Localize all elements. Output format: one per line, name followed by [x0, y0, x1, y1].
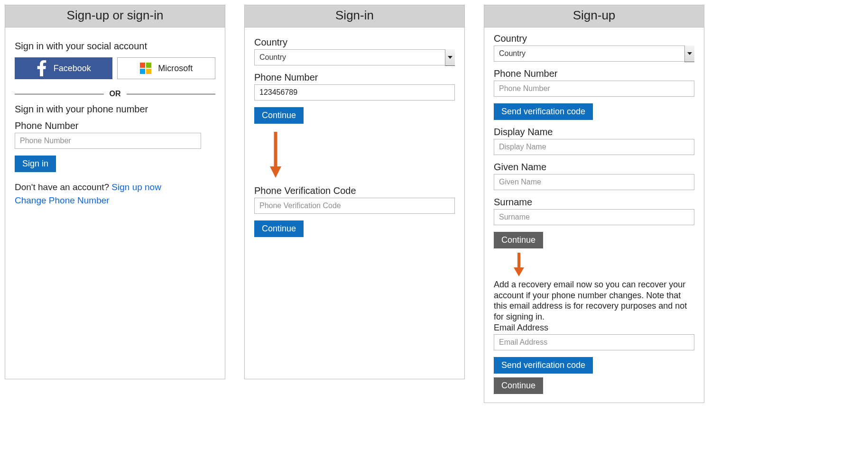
no-account-text: Don't have an account? — [15, 182, 111, 192]
country-label-3: Country — [494, 33, 694, 44]
panel-signin: Sign-in Country Country Phone Number Con… — [244, 5, 465, 379]
microsoft-icon — [140, 63, 151, 74]
recovery-email-text: Add a recovery email now so you can reco… — [494, 279, 694, 322]
surname-input[interactable] — [494, 209, 694, 225]
facebook-label: Facebook — [54, 64, 91, 73]
display-name-label: Display Name — [494, 127, 694, 137]
continue-button-1[interactable]: Continue — [254, 107, 304, 124]
given-name-input[interactable] — [494, 174, 694, 190]
display-name-input[interactable] — [494, 139, 694, 155]
phone-number-label: Phone Number — [15, 120, 215, 131]
email-address-input[interactable] — [494, 334, 694, 350]
facebook-icon — [37, 60, 47, 76]
panel-signup-or-signin: Sign-up or sign-in Sign in with your soc… — [5, 5, 225, 379]
panel1-title: Sign-up or sign-in — [5, 5, 225, 27]
verification-code-input[interactable] — [254, 198, 455, 214]
social-buttons-row: Facebook Microsoft — [15, 57, 215, 79]
continue-button-2[interactable]: Continue — [254, 220, 304, 237]
flow-arrow-icon — [510, 251, 527, 277]
continue-button-3[interactable]: Continue — [494, 232, 543, 248]
country-select-3[interactable]: Country — [494, 46, 694, 62]
facebook-button[interactable]: Facebook — [15, 57, 112, 79]
continue-button-4[interactable]: Continue — [494, 377, 543, 394]
country-select[interactable]: Country — [254, 49, 455, 65]
given-name-label: Given Name — [494, 162, 694, 173]
microsoft-label: Microsoft — [158, 64, 193, 73]
change-phone-link[interactable]: Change Phone Number — [15, 195, 110, 205]
phone-number-input-3[interactable] — [494, 81, 694, 97]
sign-in-button[interactable]: Sign in — [15, 156, 56, 172]
svg-marker-3 — [514, 267, 524, 276]
or-label: OR — [104, 90, 127, 98]
email-address-label: Email Address — [494, 323, 694, 333]
social-heading: Sign in with your social account — [15, 41, 215, 52]
panel-signup: Sign-up Country Country Phone Number Sen… — [484, 5, 704, 403]
send-verification-code-button[interactable]: Send verification code — [494, 103, 593, 120]
panel3-title: Sign-up — [484, 5, 704, 27]
phone-number-label-3: Phone Number — [494, 68, 694, 79]
phone-number-input[interactable] — [15, 133, 201, 149]
sign-up-now-link[interactable]: Sign up now — [111, 182, 161, 192]
country-label: Country — [254, 37, 455, 48]
verification-code-label: Phone Verification Code — [254, 185, 455, 196]
send-verification-code-button-2[interactable]: Send verification code — [494, 357, 593, 374]
surname-label: Surname — [494, 197, 694, 208]
microsoft-button[interactable]: Microsoft — [117, 57, 215, 79]
phone-number-label-2: Phone Number — [254, 72, 455, 83]
or-divider: OR — [15, 90, 215, 98]
phone-signin-heading: Sign in with your phone number — [15, 104, 215, 115]
panel2-title: Sign-in — [245, 5, 464, 27]
svg-marker-1 — [270, 166, 281, 178]
flow-arrow-icon — [266, 129, 285, 182]
phone-number-input-2[interactable] — [254, 84, 455, 101]
account-links: Don't have an account? Sign up now Chang… — [15, 181, 215, 207]
